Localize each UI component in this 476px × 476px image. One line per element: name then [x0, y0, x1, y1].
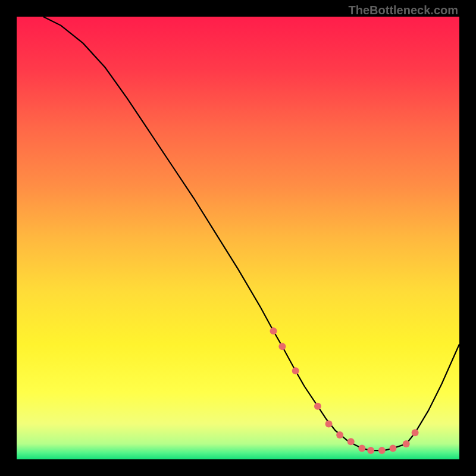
data-marker: [270, 327, 277, 334]
data-marker: [278, 343, 286, 350]
watermark-text: TheBottleneck.com: [349, 4, 458, 17]
data-marker: [325, 420, 333, 427]
data-marker: [358, 444, 365, 452]
data-marker: [347, 438, 355, 445]
data-marker: [389, 444, 396, 452]
curve-layer: [17, 17, 459, 459]
chart-container: TheBottleneck.com: [0, 0, 476, 476]
data-marker: [378, 447, 386, 454]
data-marker: [367, 447, 374, 454]
data-marker: [314, 403, 321, 410]
data-markers: [270, 327, 419, 454]
bottleneck-curve: [43, 17, 459, 450]
data-marker: [292, 367, 299, 374]
plot-area: [17, 17, 459, 459]
data-marker: [403, 440, 410, 447]
data-marker: [336, 431, 343, 439]
data-marker: [412, 429, 419, 436]
